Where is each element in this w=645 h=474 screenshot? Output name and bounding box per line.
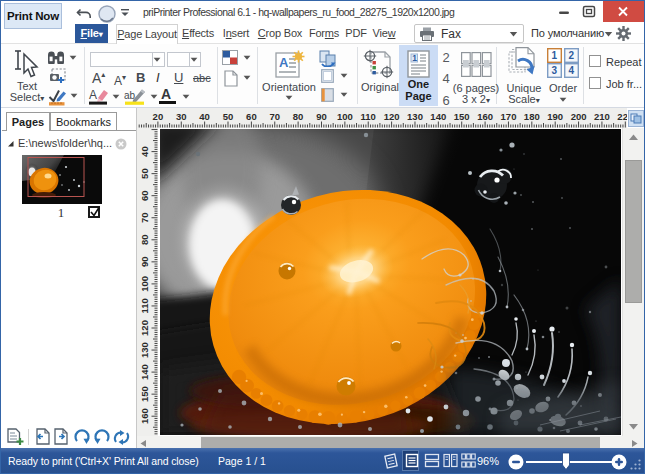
svg-text:140: 140	[139, 364, 150, 380]
svg-text:A: A	[279, 55, 289, 70]
svg-text:100: 100	[337, 111, 353, 122]
svg-text:120: 120	[139, 320, 150, 336]
svg-text:210: 210	[594, 111, 610, 122]
svg-text:160: 160	[139, 408, 150, 424]
svg-text:120: 120	[384, 111, 400, 122]
svg-text:40: 40	[139, 146, 150, 157]
svg-text:60: 60	[246, 111, 257, 122]
svg-text:3: 3	[552, 65, 558, 76]
svg-text:80: 80	[139, 235, 150, 246]
svg-text:110: 110	[361, 111, 376, 122]
svg-text:1: 1	[552, 50, 558, 61]
svg-text:60: 60	[139, 190, 150, 201]
svg-text:150: 150	[139, 386, 150, 402]
svg-text:70: 70	[139, 213, 150, 224]
svg-text:90: 90	[139, 257, 150, 268]
svg-text:90: 90	[316, 111, 327, 122]
svg-text:70: 70	[270, 111, 281, 122]
svg-text:180: 180	[524, 111, 540, 122]
svg-text:80: 80	[293, 111, 304, 122]
svg-text:130: 130	[407, 111, 423, 122]
svg-text:50: 50	[139, 168, 150, 179]
svg-text:190: 190	[547, 111, 563, 122]
svg-text:20: 20	[153, 111, 164, 122]
svg-text:140: 140	[430, 111, 446, 122]
svg-text:170: 170	[501, 111, 517, 122]
svg-text:110: 110	[139, 298, 150, 313]
svg-text:30: 30	[176, 111, 187, 122]
svg-text:40: 40	[199, 111, 210, 122]
svg-text:100: 100	[139, 276, 150, 292]
svg-text:200: 200	[571, 111, 587, 122]
svg-text:160: 160	[477, 111, 493, 122]
svg-text:150: 150	[454, 111, 470, 122]
svg-text:130: 130	[139, 342, 150, 358]
svg-text:50: 50	[223, 111, 234, 122]
svg-text:1: 1	[412, 53, 417, 63]
svg-text:A: A	[89, 88, 97, 102]
svg-text:4: 4	[569, 65, 575, 76]
svg-text:2: 2	[569, 50, 575, 61]
